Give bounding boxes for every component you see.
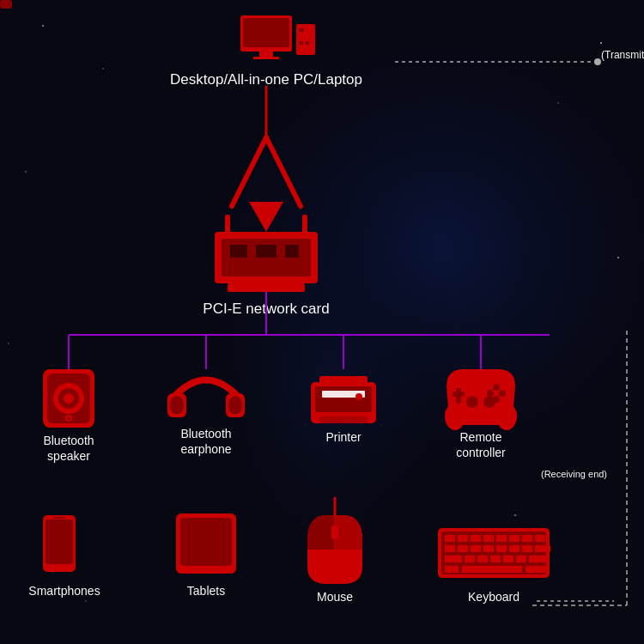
svg-rect-65 [453,392,465,397]
svg-point-71 [483,396,495,408]
svg-rect-98 [522,535,532,542]
svg-rect-97 [509,535,519,542]
svg-point-67 [499,390,506,397]
svg-point-62 [445,403,465,430]
svg-rect-81 [53,517,65,519]
svg-point-69 [487,390,494,397]
svg-rect-19 [299,28,304,32]
svg-text:earphone: earphone [180,442,231,456]
svg-text:Tablets: Tablets [187,584,225,598]
svg-text:Keyboard: Keyboard [468,590,519,604]
svg-point-52 [228,396,242,415]
svg-rect-84 [180,518,232,566]
svg-rect-30 [228,283,305,292]
svg-rect-32 [256,245,276,258]
transmitting-label: (Transmitting end) [601,49,644,61]
svg-rect-16 [259,52,273,57]
svg-point-20 [300,41,304,46]
svg-rect-115 [462,566,522,573]
svg-rect-103 [483,545,494,552]
svg-rect-72 [0,0,12,9]
svg-rect-29 [302,215,307,236]
svg-rect-113 [516,556,526,562]
svg-point-13 [594,58,601,65]
svg-rect-57 [319,376,368,386]
svg-point-80 [57,565,62,570]
svg-rect-111 [490,556,501,562]
svg-point-63 [496,403,517,430]
svg-point-10 [514,514,516,516]
svg-point-8 [617,257,619,258]
svg-point-5 [600,42,602,44]
svg-rect-99 [535,535,545,542]
svg-point-6 [557,102,559,104]
svg-text:Remote: Remote [459,430,501,444]
svg-text:Mouse: Mouse [317,590,353,604]
svg-rect-112 [503,556,513,562]
svg-point-11 [85,600,87,602]
svg-point-46 [67,416,70,420]
svg-rect-59 [319,416,368,423]
svg-point-60 [355,393,362,400]
svg-rect-101 [458,545,468,552]
svg-point-9 [8,343,9,344]
svg-rect-56 [315,386,372,412]
svg-text:Bluetooth: Bluetooth [43,434,94,447]
svg-point-4 [102,68,104,70]
svg-text:Bluetooth: Bluetooth [180,427,231,440]
svg-point-51 [170,396,184,415]
svg-rect-117 [526,566,546,573]
svg-rect-17 [253,57,279,59]
svg-rect-100 [445,545,455,552]
svg-rect-110 [477,556,488,562]
svg-rect-15 [243,18,289,47]
svg-rect-107 [535,545,550,552]
svg-rect-116 [445,566,459,573]
svg-rect-28 [225,215,230,236]
svg-rect-102 [471,545,481,552]
svg-text:controller: controller [456,446,506,459]
desktop-label: Desktop/All-in-one PC/Laptop [170,71,362,88]
svg-point-70 [466,396,478,408]
svg-text:Printer: Printer [325,430,361,444]
svg-point-3 [42,25,44,27]
svg-rect-109 [465,556,475,562]
svg-text:Smartphones: Smartphones [28,584,100,598]
svg-rect-94 [471,535,481,542]
svg-rect-108 [445,556,462,562]
svg-text:speaker: speaker [47,449,90,463]
svg-point-7 [25,171,27,173]
svg-point-85 [204,567,209,572]
svg-rect-96 [496,535,507,542]
svg-point-44 [64,393,74,404]
svg-rect-79 [46,519,73,564]
svg-rect-93 [458,535,468,542]
svg-rect-104 [496,545,507,552]
svg-rect-105 [509,545,519,552]
svg-text:(Receiving end): (Receiving end) [541,469,607,479]
svg-point-66 [493,384,500,391]
svg-rect-114 [529,556,546,562]
svg-rect-33 [285,245,299,258]
svg-point-21 [306,41,310,46]
svg-rect-31 [230,245,247,258]
svg-rect-95 [483,535,494,542]
svg-rect-106 [522,545,532,552]
svg-rect-92 [445,535,455,542]
